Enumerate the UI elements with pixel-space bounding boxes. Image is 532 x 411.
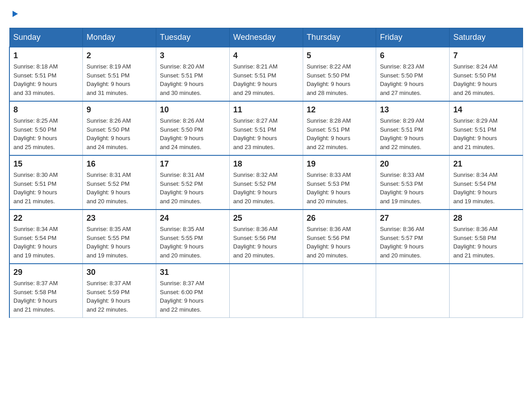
calendar-cell: 20 Sunrise: 8:33 AM Sunset: 5:53 PM Dayl… [376,155,450,210]
calendar-cell: 17 Sunrise: 8:31 AM Sunset: 5:52 PM Dayl… [156,155,230,210]
calendar-cell: 22 Sunrise: 8:34 AM Sunset: 5:54 PM Dayl… [9,210,83,264]
day-number: 19 [307,159,373,169]
day-info: Sunrise: 8:25 AM Sunset: 5:50 PM Dayligh… [13,116,79,151]
day-number: 5 [307,51,373,60]
weekday-header-wednesday: Wednesday [229,28,303,47]
day-info: Sunrise: 8:27 AM Sunset: 5:51 PM Dayligh… [233,116,299,151]
calendar-cell: 10 Sunrise: 8:26 AM Sunset: 5:50 PM Dayl… [156,101,230,155]
day-number: 30 [86,268,152,277]
day-info: Sunrise: 8:36 AM Sunset: 5:56 PM Dayligh… [307,225,373,260]
weekday-header-tuesday: Tuesday [156,28,230,47]
calendar-cell: 23 Sunrise: 8:35 AM Sunset: 5:55 PM Dayl… [83,210,156,264]
day-number: 13 [380,105,446,115]
logo-arrow-icon [10,9,20,19]
day-number: 29 [13,268,79,277]
day-number: 15 [13,159,79,169]
calendar-cell: 27 Sunrise: 8:36 AM Sunset: 5:57 PM Dayl… [376,210,450,264]
calendar-cell: 30 Sunrise: 8:37 AM Sunset: 5:59 PM Dayl… [83,264,156,318]
calendar-cell: 3 Sunrise: 8:20 AM Sunset: 5:51 PM Dayli… [156,47,230,101]
svg-marker-0 [13,11,18,17]
day-info: Sunrise: 8:35 AM Sunset: 5:55 PM Dayligh… [160,225,226,260]
calendar-table: SundayMondayTuesdayWednesdayThursdayFrid… [9,28,523,318]
day-info: Sunrise: 8:18 AM Sunset: 5:51 PM Dayligh… [13,62,79,97]
calendar-cell: 15 Sunrise: 8:30 AM Sunset: 5:51 PM Dayl… [9,155,83,210]
calendar-cell: 1 Sunrise: 8:18 AM Sunset: 5:51 PM Dayli… [9,47,83,101]
weekday-header-monday: Monday [83,28,156,47]
day-number: 18 [233,159,299,169]
day-number: 20 [380,159,446,169]
day-info: Sunrise: 8:19 AM Sunset: 5:51 PM Dayligh… [86,62,152,97]
day-info: Sunrise: 8:34 AM Sunset: 5:54 PM Dayligh… [13,225,79,260]
calendar-cell: 12 Sunrise: 8:28 AM Sunset: 5:51 PM Dayl… [303,101,376,155]
weekday-header-sunday: Sunday [9,28,83,47]
calendar-cell [229,264,303,318]
calendar-cell: 7 Sunrise: 8:24 AM Sunset: 5:50 PM Dayli… [450,47,523,101]
day-number: 22 [13,214,79,223]
day-number: 23 [86,214,152,223]
day-number: 11 [233,105,299,115]
calendar-cell: 31 Sunrise: 8:37 AM Sunset: 6:00 PM Dayl… [156,264,230,318]
day-number: 25 [233,214,299,223]
page-header [9,9,523,19]
calendar-week-3: 15 Sunrise: 8:30 AM Sunset: 5:51 PM Dayl… [9,155,523,210]
calendar-cell: 19 Sunrise: 8:33 AM Sunset: 5:53 PM Dayl… [303,155,376,210]
day-info: Sunrise: 8:33 AM Sunset: 5:53 PM Dayligh… [307,171,373,206]
logo [9,9,20,19]
day-info: Sunrise: 8:37 AM Sunset: 5:59 PM Dayligh… [86,279,152,314]
day-info: Sunrise: 8:21 AM Sunset: 5:51 PM Dayligh… [233,62,299,97]
day-info: Sunrise: 8:28 AM Sunset: 5:51 PM Dayligh… [307,116,373,151]
calendar-week-1: 1 Sunrise: 8:18 AM Sunset: 5:51 PM Dayli… [9,47,523,101]
day-number: 9 [86,105,152,115]
weekday-header-saturday: Saturday [450,28,523,47]
day-info: Sunrise: 8:29 AM Sunset: 5:51 PM Dayligh… [380,116,446,151]
day-number: 8 [13,105,79,115]
calendar-cell [376,264,450,318]
day-number: 21 [453,159,519,169]
day-info: Sunrise: 8:24 AM Sunset: 5:50 PM Dayligh… [453,62,519,97]
calendar-cell: 14 Sunrise: 8:29 AM Sunset: 5:51 PM Dayl… [450,101,523,155]
calendar-cell: 2 Sunrise: 8:19 AM Sunset: 5:51 PM Dayli… [83,47,156,101]
day-info: Sunrise: 8:20 AM Sunset: 5:51 PM Dayligh… [160,62,226,97]
day-number: 10 [160,105,226,115]
day-number: 2 [86,51,152,60]
day-info: Sunrise: 8:37 AM Sunset: 5:58 PM Dayligh… [13,279,79,314]
day-number: 12 [307,105,373,115]
calendar-cell: 11 Sunrise: 8:27 AM Sunset: 5:51 PM Dayl… [229,101,303,155]
day-info: Sunrise: 8:26 AM Sunset: 5:50 PM Dayligh… [160,116,226,151]
day-number: 3 [160,51,226,60]
day-info: Sunrise: 8:22 AM Sunset: 5:50 PM Dayligh… [307,62,373,97]
day-number: 17 [160,159,226,169]
calendar-cell: 9 Sunrise: 8:26 AM Sunset: 5:50 PM Dayli… [83,101,156,155]
calendar-week-2: 8 Sunrise: 8:25 AM Sunset: 5:50 PM Dayli… [9,101,523,155]
day-info: Sunrise: 8:37 AM Sunset: 6:00 PM Dayligh… [160,279,226,314]
day-info: Sunrise: 8:31 AM Sunset: 5:52 PM Dayligh… [160,171,226,206]
calendar-cell: 29 Sunrise: 8:37 AM Sunset: 5:58 PM Dayl… [9,264,83,318]
calendar-cell: 6 Sunrise: 8:23 AM Sunset: 5:50 PM Dayli… [376,47,450,101]
calendar-cell: 25 Sunrise: 8:36 AM Sunset: 5:56 PM Dayl… [229,210,303,264]
weekday-header-thursday: Thursday [303,28,376,47]
calendar-cell: 16 Sunrise: 8:31 AM Sunset: 5:52 PM Dayl… [83,155,156,210]
day-number: 31 [160,268,226,277]
day-info: Sunrise: 8:33 AM Sunset: 5:53 PM Dayligh… [380,171,446,206]
day-info: Sunrise: 8:31 AM Sunset: 5:52 PM Dayligh… [86,171,152,206]
calendar-week-5: 29 Sunrise: 8:37 AM Sunset: 5:58 PM Dayl… [9,264,523,318]
calendar-cell: 8 Sunrise: 8:25 AM Sunset: 5:50 PM Dayli… [9,101,83,155]
day-number: 14 [453,105,519,115]
calendar-cell: 5 Sunrise: 8:22 AM Sunset: 5:50 PM Dayli… [303,47,376,101]
day-info: Sunrise: 8:30 AM Sunset: 5:51 PM Dayligh… [13,171,79,206]
day-number: 24 [160,214,226,223]
day-info: Sunrise: 8:32 AM Sunset: 5:52 PM Dayligh… [233,171,299,206]
day-info: Sunrise: 8:36 AM Sunset: 5:58 PM Dayligh… [453,225,519,260]
day-info: Sunrise: 8:26 AM Sunset: 5:50 PM Dayligh… [86,116,152,151]
calendar-cell: 21 Sunrise: 8:34 AM Sunset: 5:54 PM Dayl… [450,155,523,210]
day-number: 6 [380,51,446,60]
calendar-cell: 4 Sunrise: 8:21 AM Sunset: 5:51 PM Dayli… [229,47,303,101]
calendar-cell: 28 Sunrise: 8:36 AM Sunset: 5:58 PM Dayl… [450,210,523,264]
day-info: Sunrise: 8:23 AM Sunset: 5:50 PM Dayligh… [380,62,446,97]
calendar-cell [450,264,523,318]
calendar-cell: 24 Sunrise: 8:35 AM Sunset: 5:55 PM Dayl… [156,210,230,264]
weekday-header-friday: Friday [376,28,450,47]
weekday-header-row: SundayMondayTuesdayWednesdayThursdayFrid… [9,28,523,47]
day-info: Sunrise: 8:34 AM Sunset: 5:54 PM Dayligh… [453,171,519,206]
day-info: Sunrise: 8:36 AM Sunset: 5:56 PM Dayligh… [233,225,299,260]
